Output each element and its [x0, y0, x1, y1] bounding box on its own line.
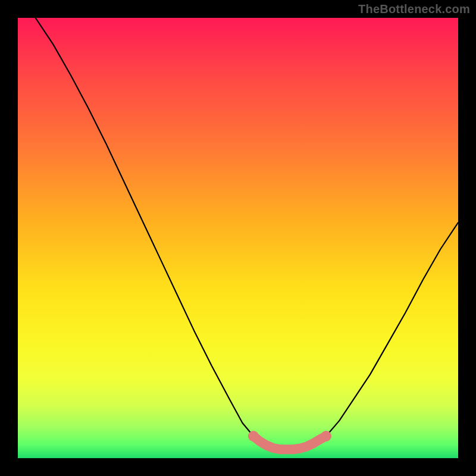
plot-area — [18, 18, 458, 458]
series-point-valley-endpoint-right — [321, 431, 331, 441]
gradient-background — [18, 18, 458, 458]
chart-frame: TheBottleneck.com — [0, 0, 476, 476]
branding-watermark: TheBottleneck.com — [358, 2, 470, 16]
chart-svg — [18, 18, 458, 458]
series-point-valley-endpoint-left — [248, 431, 259, 441]
